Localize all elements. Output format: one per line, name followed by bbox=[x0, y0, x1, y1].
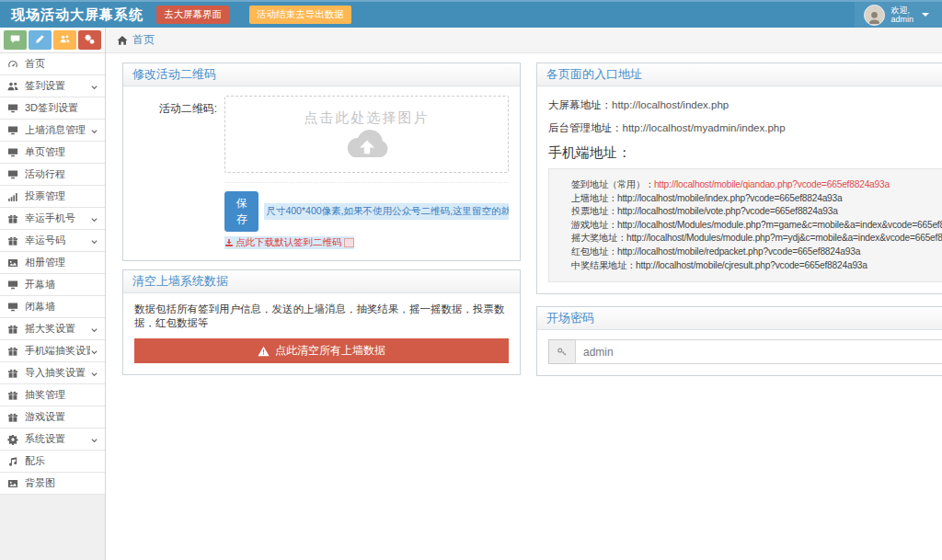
opening-password-input[interactable] bbox=[575, 339, 942, 364]
breadcrumb-home-link[interactable]: 首页 bbox=[132, 32, 155, 48]
mobile-urls-heading: 手机端地址： bbox=[548, 144, 942, 162]
sidebar-item-label: 上墙消息管理 bbox=[25, 123, 90, 137]
key-icon bbox=[548, 339, 575, 364]
settings-shortcut-button[interactable] bbox=[78, 30, 101, 50]
download-icon bbox=[224, 238, 234, 247]
gift-icon bbox=[7, 346, 20, 357]
edit-shortcut-button[interactable] bbox=[29, 30, 52, 50]
sidebar-item[interactable]: 闭幕墙 bbox=[0, 296, 105, 318]
sidebar-item[interactable]: 相册管理 bbox=[0, 252, 105, 274]
sidebar-item-label: 签到设置 bbox=[25, 79, 90, 93]
save-button[interactable]: 保存 bbox=[224, 191, 258, 232]
users-icon bbox=[60, 33, 70, 47]
sidebar-item-label: 游戏设置 bbox=[25, 410, 90, 424]
welcome-text: 欢迎, admin bbox=[890, 6, 913, 24]
main-content: 修改活动二维码 活动二维码: 点击此处选择图片 保存 尺寸400 bbox=[106, 53, 942, 560]
mobile-url: http://localhost/mobile/redpacket.php?vc… bbox=[617, 246, 860, 257]
sidebar-item[interactable]: 上墙消息管理 bbox=[0, 120, 105, 142]
sidebar-item-label: 背景图 bbox=[25, 476, 90, 490]
comment-shortcut-button[interactable] bbox=[4, 30, 27, 50]
sidebar-item[interactable]: 首页 bbox=[0, 53, 105, 75]
qrcode-label: 活动二维码: bbox=[134, 96, 224, 173]
gift-icon bbox=[7, 235, 20, 246]
clear-all-data-button[interactable]: 点此清空所有上墙数据 bbox=[134, 338, 509, 363]
sidebar-item[interactable]: 投票管理 bbox=[0, 186, 105, 208]
sidebar-item[interactable]: 幸运手机号 bbox=[0, 208, 105, 230]
mobile-url-line: 摇大奖地址：http://localhost/Modules/module.ph… bbox=[571, 232, 942, 246]
sidebar-item[interactable]: 配乐 bbox=[0, 451, 105, 473]
qrcode-panel: 修改活动二维码 活动二维码: 点击此处选择图片 保存 尺寸400 bbox=[122, 63, 521, 261]
gift-icon bbox=[7, 324, 20, 335]
sidebar-item-label: 系统设置 bbox=[25, 432, 90, 446]
sidebar-item[interactable]: 抽奖管理 bbox=[0, 384, 105, 406]
image-upload-dropzone[interactable]: 点击此处选择图片 bbox=[224, 96, 509, 173]
sidebar-item-label: 活动行程 bbox=[25, 167, 90, 181]
chevron-down-icon bbox=[90, 435, 99, 444]
qrcode-thumbnail bbox=[344, 238, 354, 247]
chevron-down-icon bbox=[90, 325, 99, 334]
app: 现场活动大屏幕系统 去大屏幕界面 活动结束去导出数据 欢迎, admin 首页 bbox=[0, 0, 942, 560]
home-icon bbox=[117, 35, 128, 46]
mobile-url: http://localhost/Modules/module.php?m=yd… bbox=[626, 233, 942, 243]
clear-description: 数据包括所有签到用户信息，发送的上墙消息，抽奖结果，摇一摇数据，投票数据，红包数… bbox=[134, 303, 509, 330]
sidebar-item-label: 配乐 bbox=[25, 454, 90, 468]
opening-password-panel: 开场密码 修改 bbox=[536, 306, 942, 376]
mobile-url-line: 游戏地址：http://localhost/Modules/module.php… bbox=[571, 219, 942, 233]
pencil-icon bbox=[35, 33, 45, 47]
picture-icon bbox=[7, 478, 20, 489]
sidebar-item[interactable]: 幸运号码 bbox=[0, 230, 105, 252]
mobile-url: http://localhost/mobile/cjresult.php?vco… bbox=[636, 260, 867, 270]
sidebar-item-label: 导入抽奖设置 bbox=[25, 366, 90, 380]
app-title: 现场活动大屏幕系统 bbox=[0, 6, 156, 24]
sidebar-item[interactable]: 背景图 bbox=[0, 473, 105, 495]
sidebar-item-label: 投票管理 bbox=[25, 189, 90, 203]
desktop-icon bbox=[7, 103, 20, 114]
sidebar-item[interactable]: 摇大奖设置 bbox=[0, 318, 105, 340]
desktop-icon bbox=[7, 280, 20, 291]
sidebar-item[interactable]: 签到设置 bbox=[0, 75, 105, 97]
chevron-down-icon bbox=[90, 214, 99, 223]
sidebar-item-label: 摇大奖设置 bbox=[25, 322, 90, 336]
users-icon bbox=[7, 81, 20, 92]
sidebar-item[interactable]: 手机端抽奖设置 bbox=[0, 340, 105, 362]
mobile-url-line: 签到地址（常用）：http://localhost/mobile/qiandao… bbox=[571, 178, 942, 192]
chevron-down-icon bbox=[90, 347, 99, 356]
sidebar-item-label: 首页 bbox=[25, 57, 90, 71]
sidebar-item[interactable]: 开幕墙 bbox=[0, 274, 105, 296]
mobile-url-line: 中奖结果地址：http://localhost/mobile/cjresult.… bbox=[571, 259, 942, 273]
gift-icon bbox=[7, 368, 20, 379]
chevron-down-icon bbox=[90, 126, 99, 135]
warning-icon bbox=[258, 346, 270, 357]
sidebar-item-label: 3D签到设置 bbox=[25, 101, 90, 115]
music-icon bbox=[7, 456, 20, 467]
mobile-url: http://localhost/mobile/qiandao.php?vcod… bbox=[654, 179, 890, 189]
entry-urls-panel: 各页面的入口地址 大屏幕地址：http://localhost/index.ph… bbox=[536, 63, 942, 294]
breadcrumb: 首页 bbox=[106, 28, 942, 53]
shortcut-toolbar bbox=[0, 28, 106, 53]
entry-panel-title: 各页面的入口地址 bbox=[537, 63, 942, 86]
download-default-qrcode-link[interactable]: 点此下载默认签到二维码 bbox=[224, 236, 354, 249]
big-screen-url: 大屏幕地址：http://localhost/index.php bbox=[548, 98, 942, 112]
sidebar-item[interactable]: 3D签到设置 bbox=[0, 97, 105, 120]
caret-down-icon bbox=[922, 13, 929, 17]
sidebar-item[interactable]: 导入抽奖设置 bbox=[0, 362, 105, 384]
sidebar-item[interactable]: 系统设置 bbox=[0, 429, 105, 451]
sidebar-item-label: 幸运号码 bbox=[25, 234, 90, 247]
top-navbar: 现场活动大屏幕系统 去大屏幕界面 活动结束去导出数据 欢迎, admin bbox=[0, 0, 942, 28]
sidebar-item[interactable]: 单页管理 bbox=[0, 142, 105, 164]
go-big-screen-button[interactable]: 去大屏幕界面 bbox=[156, 6, 229, 24]
cogs-icon bbox=[85, 33, 95, 47]
export-data-button[interactable]: 活动结束去导出数据 bbox=[249, 6, 351, 24]
sidebar-item[interactable]: 活动行程 bbox=[0, 164, 105, 186]
mobile-url-line: 上墙地址：http://localhost/mobile/index.php?v… bbox=[571, 192, 942, 206]
user-menu[interactable]: 欢迎, admin bbox=[855, 2, 942, 28]
divider bbox=[224, 182, 509, 183]
sidebar-item-label: 开幕墙 bbox=[25, 278, 90, 291]
sidebar: 首页 签到设置 3D签到设置 上墙消息管理 bbox=[0, 53, 106, 560]
mobile-url-line: 投票地址：http://localhost/mobile/vote.php?vc… bbox=[571, 205, 942, 219]
gift-icon bbox=[7, 390, 20, 401]
sidebar-item-label: 相册管理 bbox=[25, 256, 90, 269]
clear-panel-title: 清空上墙系统数据 bbox=[123, 270, 520, 293]
users-shortcut-button[interactable] bbox=[53, 30, 76, 50]
sidebar-item[interactable]: 游戏设置 bbox=[0, 406, 105, 429]
